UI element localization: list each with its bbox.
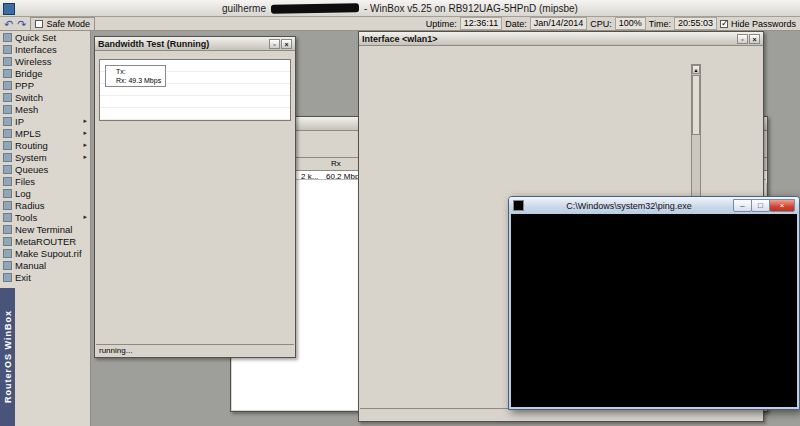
main-titlebar[interactable]: guilherme - WinBox v5.25 on RB912UAG-5HP…: [0, 0, 800, 17]
wireless-icon: [3, 57, 12, 66]
back-arrow-icon[interactable]: ↶: [4, 19, 13, 29]
mpls-icon: [3, 129, 12, 138]
submenu-arrow-icon: ▸: [83, 117, 87, 125]
system-icon: [3, 153, 12, 162]
sidebar-item-tools[interactable]: Tools▸: [0, 211, 90, 223]
sidebar-item-exit[interactable]: Exit: [0, 271, 90, 283]
interface-rollup-icon[interactable]: ▫: [737, 34, 748, 44]
winbox-app-icon: [3, 3, 15, 15]
uptime-label: Uptime:: [426, 19, 457, 29]
main-toolbar: ↶ ↷ Safe Mode Uptime: 12:36:11 Date: Jan…: [0, 17, 800, 31]
sidebar-item-wireless[interactable]: Wireless: [0, 55, 90, 67]
chart-legend: Tx: Rx: 49.3 Mbps: [105, 65, 166, 87]
bandwidth-rollup-icon[interactable]: ▫: [269, 39, 280, 49]
tools-icon: [3, 213, 12, 222]
terminal-icon: [3, 225, 12, 234]
column-header-rx[interactable]: Rx: [331, 159, 341, 168]
sidebar-item-new-terminal[interactable]: New Terminal: [0, 223, 90, 235]
sidebar-item-label: MPLS: [15, 128, 41, 139]
ping-titlebar[interactable]: C:\Windows\system32\ping.exe – □ ×: [509, 197, 799, 214]
sidebar-item-system[interactable]: System▸: [0, 151, 90, 163]
routeros-winbox-brand: RouterOS WinBox: [0, 288, 15, 426]
rx-legend-label: Rx: 49.3 Mbps: [116, 77, 161, 84]
hide-passwords-checkbox[interactable]: [720, 20, 728, 28]
mesh-icon: [3, 105, 12, 114]
switch-icon: [3, 93, 12, 102]
main-title-rest: - WinBox v5.25 on RB912UAG-5HPnD (mipsbe…: [364, 3, 578, 14]
sidebar-item-switch[interactable]: Switch: [0, 91, 90, 103]
rx-legend-swatch: [108, 78, 114, 84]
sidebar-item-files[interactable]: Files: [0, 175, 90, 187]
sidebar-item-queues[interactable]: Queues: [0, 163, 90, 175]
ping-maximize-icon[interactable]: □: [751, 199, 770, 212]
scroll-up-icon[interactable]: ▲: [692, 65, 700, 74]
sidebar-item-label: Quick Set: [15, 32, 56, 43]
ip-icon: [3, 117, 12, 126]
bandwidth-close-icon[interactable]: ×: [281, 39, 292, 49]
sidebar-item-label: Routing: [15, 140, 48, 151]
sidebar-item-label: IP: [15, 116, 24, 127]
date-value: Jan/14/2014: [530, 17, 588, 30]
sidebar-item-label: Log: [15, 188, 31, 199]
sidebar-item-label: Radius: [15, 200, 45, 211]
date-label: Date:: [505, 19, 527, 29]
sidebar-item-bridge[interactable]: Bridge: [0, 67, 90, 79]
sidebar-item-radius[interactable]: Radius: [0, 199, 90, 211]
ping-close-icon[interactable]: ×: [769, 199, 795, 212]
interface-tab-strip: [359, 46, 702, 60]
cpu-label: CPU:: [590, 19, 612, 29]
tx-legend-label: Tx:: [116, 68, 126, 75]
sidebar-item-label: Manual: [15, 260, 46, 271]
sidebar-item-ip[interactable]: IP▸: [0, 115, 90, 127]
forward-arrow-icon[interactable]: ↷: [17, 19, 26, 29]
quick-set-icon: [3, 33, 12, 42]
sidebar-item-label: Exit: [15, 272, 31, 283]
interface-titlebar[interactable]: Interface <wlan1> ▫ ×: [359, 32, 763, 46]
sidebar-item-label: Tools: [15, 212, 37, 223]
sidebar-item-label: New Terminal: [15, 224, 72, 235]
hide-passwords-label: Hide Passwords: [731, 19, 796, 29]
sidebar-item-label: Switch: [15, 92, 43, 103]
ping-minimize-icon[interactable]: –: [733, 199, 752, 212]
submenu-arrow-icon: ▸: [83, 213, 87, 221]
submenu-arrow-icon: ▸: [83, 129, 87, 137]
sidebar-item-mpls[interactable]: MPLS▸: [0, 127, 90, 139]
throughput-chart: Tx: Rx: 49.3 Mbps: [99, 59, 291, 121]
files-icon: [3, 177, 12, 186]
sidebar-item-ppp[interactable]: PPP: [0, 79, 90, 91]
sidebar-item-label: Queues: [15, 164, 48, 175]
title-redacted-block: [271, 3, 359, 14]
sidebar-item-make-supout-rif[interactable]: Make Supout.rif: [0, 247, 90, 259]
safe-mode-checkbox-icon: [35, 20, 43, 28]
safe-mode-label: Safe Mode: [46, 19, 90, 29]
safe-mode-toggle[interactable]: Safe Mode: [30, 17, 95, 31]
bandwidth-titlebar[interactable]: Bandwidth Test (Running) ▫ ×: [95, 37, 295, 51]
interfaces-icon: [3, 45, 12, 54]
sidebar-item-label: MetaROUTER: [15, 236, 76, 247]
submenu-arrow-icon: ▸: [83, 141, 87, 149]
cpu-value: 100%: [615, 17, 646, 30]
console-output[interactable]: [511, 214, 797, 407]
main-title-user: guilherme: [222, 3, 266, 14]
supout-icon: [3, 249, 12, 258]
manual-icon: [3, 261, 12, 270]
sidebar-item-log[interactable]: Log: [0, 187, 90, 199]
time-value: 20:55:03: [674, 17, 717, 30]
sidebar-item-interfaces[interactable]: Interfaces: [0, 43, 90, 55]
sidebar-item-label: Files: [15, 176, 35, 187]
sidebar-item-label: Wireless: [15, 56, 51, 67]
sidebar-item-metarouter[interactable]: MetaROUTER: [0, 235, 90, 247]
bandwidth-status-text: running...: [99, 346, 132, 355]
uptime-value: 12:36:11: [460, 17, 502, 30]
sidebar-item-mesh[interactable]: Mesh: [0, 103, 90, 115]
submenu-arrow-icon: ▸: [83, 153, 87, 161]
scrollbar-thumb[interactable]: [692, 75, 700, 135]
interface-close-icon[interactable]: ×: [749, 34, 760, 44]
sidebar-item-routing[interactable]: Routing▸: [0, 139, 90, 151]
sidebar-item-manual[interactable]: Manual: [0, 259, 90, 271]
sidebar-item-quick-set[interactable]: Quick Set: [0, 31, 90, 43]
sidebar-item-label: Make Supout.rif: [15, 248, 82, 259]
ping-title-text: C:\Windows\system32\ping.exe: [524, 201, 734, 211]
queues-icon: [3, 165, 12, 174]
tx-legend-swatch: [108, 69, 114, 75]
